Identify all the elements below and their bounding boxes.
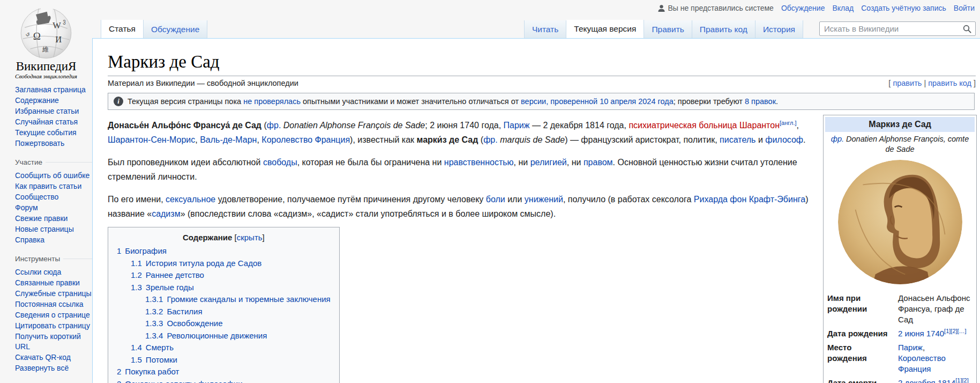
toc-hide-link: скрыть [237,233,263,242]
nav-section-participation: Сообщить об ошибке Как править статьи Со… [15,171,89,245]
personal-link-create-account[interactable]: Создать учётную запись [861,4,946,12]
infobox-value: 2 июня 1740[1][2][…] [898,328,972,339]
toc-item-early-childhood[interactable]: 1.2Раннее детство [117,269,331,282]
sidebar-item-special-pages[interactable]: Служебные страницы [15,289,89,299]
inline-link[interactable]: боли [486,195,505,204]
text-segment: ) — французский аристократ, политик, [565,135,720,144]
search-input[interactable] [820,24,959,33]
inline-link[interactable]: свободы [263,158,297,167]
sidebar-item-current-events[interactable]: Текущие события [15,128,89,138]
sidebar-item-download-qr[interactable]: Скачать QR-код [15,352,89,363]
reference-link[interactable]: [1][2][…] [944,328,967,334]
inline-link[interactable]: унижений [525,195,563,204]
personal-link-talk[interactable]: Обсуждение [781,4,825,12]
sidebar-item-new-pages[interactable]: Новые страницы [15,224,89,234]
inline-link[interactable]: садизм [152,209,181,218]
sidebar-item-expand-all[interactable]: Развернуть всё [15,363,89,373]
reference-link[interactable]: [англ.] [780,120,797,126]
nav-section-tools: Ссылки сюда Связанные правки Служебные с… [15,267,89,373]
portrait-image[interactable] [838,160,962,284]
sidebar-item-short-url[interactable]: Получить короткий URL [15,332,84,352]
toc-item-philosophy[interactable]: 3Основные аспекты философии [117,378,331,383]
sidebar-item-related-changes[interactable]: Связанные правки [15,278,89,288]
sidebar-item-community[interactable]: Сообщество [15,192,89,202]
inline-link[interactable]: версии, проверенной 10 апреля 2024 года [521,97,674,106]
sidebar-item-page-info[interactable]: Сведения о странице [15,310,89,320]
inline-link[interactable]: психиатрическая больница Шарантон [629,121,780,130]
text-segment: — 2 декабря 1814 года, [530,121,629,130]
sidebar-item-main-page[interactable]: Заглавная страница [15,85,89,95]
inline-link[interactable]: религией [530,158,567,167]
sidebar-item-what-links-here[interactable]: Ссылки сюда [15,267,89,277]
search-button[interactable] [959,22,975,35]
paragraph-sadism: По его имени, сексуальное удовлетворение… [108,192,812,221]
wikipedia-logo[interactable]: Ω W И 維 ي ვ ВикипедиЯ Свободная энциклоп… [0,0,92,85]
edit-source-link[interactable]: править код [928,79,971,87]
inline-link[interactable]: Королевство Франция [898,353,946,373]
sidebar-item-recent-changes[interactable]: Свежие правки [15,213,89,224]
tab-current-version[interactable]: Текущая версия [566,20,644,39]
infobox-value: Донасьен Альфонс Франсуа, граф де Сад [898,293,972,325]
sidebar-item-random[interactable]: Случайная статья [15,117,89,127]
sidebar-item-contents[interactable]: Содержание [15,95,89,106]
inline-link[interactable]: нравственностью [444,158,514,167]
paragraph-freedom: Был проповедником идеи абсолютной свобод… [108,155,812,184]
text-segment: ( [261,121,267,130]
text-segment: ( [478,135,483,144]
tab-history[interactable]: История [755,20,803,38]
inline-link[interactable]: Париж [504,121,530,130]
toc-item-biography[interactable]: 1Биография [117,245,331,257]
toc-item-purchase[interactable]: 2Покупка работ [117,366,331,378]
inline-link[interactable]: Париж [898,343,923,352]
infobox-subtitle: фр. Donatien Alphonse François, comte de… [825,132,975,156]
separator: | [922,79,928,87]
toc-item-death[interactable]: 1.4Смерть [117,342,331,354]
infobox-row-death-date: Дата смерти 2 декабря 1814[1][2][…] (74 … [825,376,975,383]
sidebar-item-featured[interactable]: Избранные статьи [15,106,89,116]
inline-link[interactable]: Рихарда фон Крафт-Эбинга [694,195,805,204]
toc-toggle[interactable]: [скрыть] [235,233,265,242]
inline-link[interactable]: фр. [267,121,281,130]
sidebar-item-how-to-edit[interactable]: Как править статьи [15,181,89,192]
tab-edit-source[interactable]: Править код [692,20,755,38]
tab-edit[interactable]: Править [644,20,692,38]
svg-text:ვ: ვ [63,18,65,25]
toc-item-mature-years[interactable]: 1.3Зрелые годы [117,282,331,294]
inline-link[interactable]: 8 правок [745,97,776,106]
infobox-row-birth-date: Дата рождения 2 июня 1740[1][2][…] [825,327,975,341]
personal-link-login[interactable]: Войти [954,4,975,12]
sidebar-item-cite-page[interactable]: Цитировать страницу [15,321,89,331]
inline-link[interactable]: сексуальное [166,195,215,204]
inline-link[interactable]: 2 декабря 1814 [898,378,955,383]
toc-item-scandals[interactable]: 1.3.1Громкие скандалы и тюремные заключе… [117,293,331,306]
inline-link[interactable]: не проверялась [243,97,301,106]
inline-link[interactable]: фр. [483,135,498,144]
toc-item-revolutionary[interactable]: 1.3.4Революционные движения [117,330,331,342]
sidebar-item-help[interactable]: Справка [15,235,89,245]
inline-link[interactable]: фр. [831,135,846,143]
portrait-container [825,156,975,291]
personal-link-contributions[interactable]: Вклад [832,4,854,12]
tab-read[interactable]: Читать [524,20,566,38]
login-status: Вы не представились системе [657,4,773,12]
inline-link[interactable]: Валь-де-Марн [200,135,257,144]
search-box [819,21,976,36]
toc-item-bastille[interactable]: 1.3.2Бастилия [117,306,331,318]
inline-link[interactable]: правом [583,158,613,167]
toc-item-liberation[interactable]: 1.3.3Освобождение [117,318,331,330]
inline-link[interactable]: Королевство Франция [261,135,350,144]
sidebar-item-permanent-link[interactable]: Постоянная ссылка [15,299,89,310]
sidebar: Ω W И 維 ي ვ ВикипедиЯ Свободная энциклоп… [0,0,92,383]
inline-link[interactable]: философ [765,135,803,144]
edit-link[interactable]: править [893,79,922,87]
inline-link[interactable]: писатель [720,135,755,144]
toc-item-title-history[interactable]: 1.1История титула рода де Садов [117,257,331,270]
toc-item-descendants[interactable]: 1.5Потомки [117,354,331,366]
tab-article[interactable]: Статья [101,20,144,39]
inline-link[interactable]: Шарантон-Сен-Морис [108,135,195,144]
tab-talk[interactable]: Обсуждение [144,20,207,38]
sidebar-item-forum[interactable]: Форум [15,203,89,213]
sidebar-item-report-error[interactable]: Сообщить об ошибке [15,171,89,181]
inline-link[interactable]: 2 июня 1740 [898,329,944,338]
sidebar-item-donate[interactable]: Пожертвовать [15,138,89,149]
